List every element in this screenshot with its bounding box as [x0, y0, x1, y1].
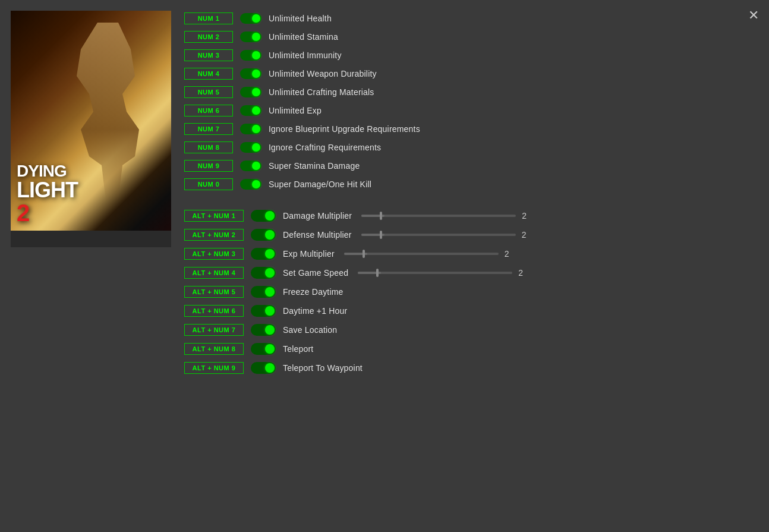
- toggle-switch[interactable]: [240, 124, 261, 134]
- game-title-light: LIGHT: [17, 180, 78, 201]
- alt-toggle-switch[interactable]: [251, 305, 276, 317]
- alt-cheat-row: ALT + NUM 7Save Location: [184, 322, 751, 338]
- alt-key-badge: ALT + NUM 9: [184, 362, 244, 374]
- cheat-row: NUM 3Unlimited Immunity: [184, 48, 751, 63]
- left-panel: DYING LIGHT 2: [11, 11, 171, 247]
- alt-toggle-switch[interactable]: [251, 324, 276, 336]
- alt-cheat-row: ALT + NUM 1Damage Multiplier2: [184, 208, 751, 223]
- alt-cheats-section: ALT + NUM 1Damage Multiplier2ALT + NUM 2…: [184, 208, 751, 376]
- cheat-label: Unlimited Crafting Materials: [269, 87, 374, 97]
- key-badge: NUM 4: [184, 68, 233, 80]
- slider-container: 2: [344, 249, 514, 259]
- toggle-switch[interactable]: [240, 50, 261, 61]
- key-badge: NUM 9: [184, 160, 233, 172]
- alt-cheat-label: Save Location: [283, 325, 337, 335]
- toggle-switch[interactable]: [240, 160, 261, 171]
- slider-track[interactable]: [361, 215, 516, 217]
- alt-cheat-label: Teleport To Waypoint: [283, 363, 363, 373]
- alt-key-badge: ALT + NUM 7: [184, 324, 244, 336]
- cheat-row: NUM 9Super Stamina Damage: [184, 158, 751, 174]
- alt-toggle-switch[interactable]: [251, 343, 276, 355]
- alt-toggle-switch[interactable]: [251, 362, 276, 374]
- toggle-switch[interactable]: [240, 87, 261, 97]
- cheat-row: NUM 0Super Damage/One Hit Kill: [184, 177, 751, 192]
- alt-cheat-label: Defense Multiplier: [283, 230, 352, 240]
- key-badge: NUM 1: [184, 12, 233, 24]
- game-title-dying: DYING: [17, 163, 78, 180]
- cheat-row: NUM 5Unlimited Crafting Materials: [184, 84, 751, 100]
- slider-track[interactable]: [361, 234, 516, 236]
- toggle-switch[interactable]: [240, 105, 261, 116]
- alt-key-badge: ALT + NUM 5: [184, 286, 244, 298]
- alt-key-badge: ALT + NUM 8: [184, 343, 244, 355]
- toggle-switch[interactable]: [240, 68, 261, 79]
- alt-cheat-row: ALT + NUM 3Exp Multiplier2: [184, 246, 751, 262]
- key-badge: NUM 0: [184, 178, 233, 190]
- cheat-label: Unlimited Immunity: [269, 51, 342, 60]
- alt-cheat-label: Daytime +1 Hour: [283, 306, 347, 316]
- alt-key-badge: ALT + NUM 3: [184, 248, 244, 260]
- section-gap: [184, 195, 751, 208]
- cheat-label: Unlimited Exp: [269, 106, 322, 115]
- game-title-overlay: DYING LIGHT 2: [17, 163, 78, 225]
- alt-cheat-label: Freeze Daytime: [283, 287, 343, 297]
- cheat-label: Ignore Blueprint Upgrade Requirements: [269, 124, 420, 134]
- close-button[interactable]: ✕: [745, 7, 762, 24]
- alt-cheat-row: ALT + NUM 5Freeze Daytime: [184, 284, 751, 300]
- alt-cheat-row: ALT + NUM 4Set Game Speed2: [184, 265, 751, 281]
- main-content: NUM 1Unlimited HealthNUM 2Unlimited Stam…: [184, 11, 751, 379]
- toggle-switch[interactable]: [240, 13, 261, 24]
- alt-cheat-label: Teleport: [283, 344, 313, 354]
- cheat-row: NUM 4Unlimited Weapon Durability: [184, 66, 751, 81]
- cheat-row: NUM 6Unlimited Exp: [184, 103, 751, 118]
- cheat-row: NUM 2Unlimited Stamina: [184, 29, 751, 45]
- alt-toggle-switch[interactable]: [251, 210, 276, 222]
- cheat-label: Super Stamina Damage: [269, 161, 360, 171]
- alt-toggle-switch[interactable]: [251, 286, 276, 298]
- cheat-label: Unlimited Health: [269, 14, 332, 23]
- alt-cheat-label: Exp Multiplier: [283, 249, 335, 259]
- alt-toggle-switch[interactable]: [251, 248, 276, 260]
- slider-value: 2: [505, 249, 514, 259]
- cheat-row: NUM 1Unlimited Health: [184, 11, 751, 26]
- cheat-label: Ignore Crafting Requirements: [269, 143, 381, 152]
- slider-thumb[interactable]: [376, 269, 379, 277]
- game-cover: DYING LIGHT 2: [11, 11, 171, 231]
- alt-toggle-switch[interactable]: [251, 267, 276, 279]
- slider-thumb[interactable]: [363, 250, 365, 258]
- cheat-label: Unlimited Weapon Durability: [269, 69, 377, 78]
- cheat-row: NUM 7Ignore Blueprint Upgrade Requiremen…: [184, 121, 751, 137]
- slider-track[interactable]: [344, 253, 499, 255]
- cheat-label: Super Damage/One Hit Kill: [269, 180, 371, 189]
- key-badge: NUM 7: [184, 123, 233, 135]
- key-badge: NUM 6: [184, 105, 233, 117]
- toggle-switch[interactable]: [240, 142, 261, 153]
- slider-container: 2: [361, 211, 531, 221]
- key-badge: NUM 8: [184, 141, 233, 153]
- game-title-two: 2: [17, 201, 78, 225]
- trainer-label: [11, 231, 171, 247]
- alt-key-badge: ALT + NUM 6: [184, 305, 244, 317]
- slider-container: 2: [358, 268, 528, 278]
- slider-value: 2: [518, 268, 528, 278]
- alt-key-badge: ALT + NUM 1: [184, 210, 244, 222]
- alt-toggle-switch[interactable]: [251, 229, 276, 241]
- key-badge: NUM 5: [184, 86, 233, 98]
- key-badge: NUM 2: [184, 31, 233, 43]
- cheat-row: NUM 8Ignore Crafting Requirements: [184, 140, 751, 155]
- toggle-switch[interactable]: [240, 32, 261, 42]
- slider-thumb[interactable]: [380, 231, 382, 239]
- alt-cheat-row: ALT + NUM 9Teleport To Waypoint: [184, 360, 751, 376]
- alt-key-badge: ALT + NUM 4: [184, 267, 244, 279]
- alt-key-badge: ALT + NUM 2: [184, 229, 244, 241]
- alt-cheat-label: Set Game Speed: [283, 268, 348, 278]
- slider-thumb[interactable]: [380, 212, 382, 220]
- toggle-switch[interactable]: [240, 179, 261, 190]
- slider-track[interactable]: [358, 272, 512, 274]
- key-badge: NUM 3: [184, 49, 233, 61]
- alt-cheat-row: ALT + NUM 2Defense Multiplier2: [184, 227, 751, 243]
- slider-value: 2: [522, 211, 531, 221]
- alt-cheat-row: ALT + NUM 8Teleport: [184, 341, 751, 357]
- slider-value: 2: [522, 230, 531, 240]
- basic-cheats-section: NUM 1Unlimited HealthNUM 2Unlimited Stam…: [184, 11, 751, 192]
